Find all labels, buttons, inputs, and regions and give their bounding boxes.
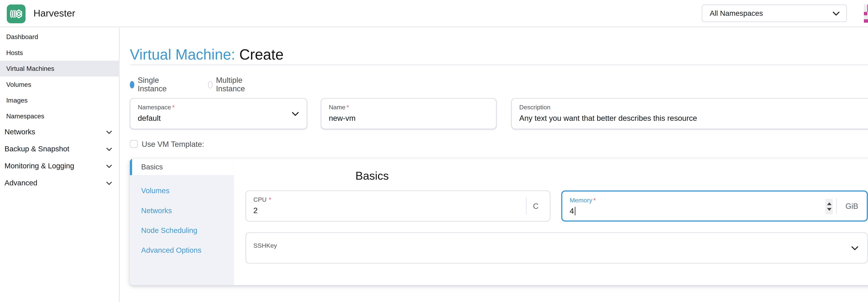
cpu-label: CPU [253, 196, 267, 203]
memory-input[interactable]: 4 [570, 207, 575, 215]
chevron-down-icon [832, 10, 840, 17]
use-vm-template-row: Use VM Template: [130, 140, 204, 148]
tab-networks[interactable]: Networks [130, 201, 234, 220]
suffix-divider [526, 198, 527, 214]
namespace-filter-value: All Namespaces [710, 5, 763, 22]
avatar-cell [864, 16, 867, 19]
memory-label: Memory [570, 197, 592, 204]
harvester-logo-icon[interactable] [7, 4, 26, 23]
namespace-label: Namespace [138, 104, 171, 111]
sidebar-item-volumes[interactable]: Volumes [0, 77, 120, 92]
avatar-cell [864, 12, 867, 16]
chevron-down-icon [106, 181, 112, 185]
name-input[interactable]: new-vm [329, 114, 355, 122]
chevron-down-icon [106, 147, 112, 152]
memory-suffix: GiB [845, 202, 858, 210]
namespace-filter-select[interactable]: All Namespaces [702, 4, 847, 22]
avatar-cell [864, 4, 867, 8]
namespace-select[interactable]: Namespace* default [130, 98, 307, 129]
sidebar-nav: Dashboard Hosts Virtual Machines Volumes… [0, 28, 120, 302]
required-marker: * [172, 104, 175, 111]
cpu-field[interactable]: CPU* 2 C [245, 190, 551, 222]
radio-multiple-instance[interactable]: Multiple Instance [208, 76, 248, 93]
sidebar-group-networks[interactable]: Networks [0, 124, 120, 141]
stepper-up-icon[interactable] [827, 202, 831, 205]
active-tab-indicator [130, 159, 132, 175]
app-header: Harvester All Namespaces [0, 0, 868, 27]
tab-volumes[interactable]: Volumes [130, 181, 234, 201]
tab-advanced-options[interactable]: Advanced Options [130, 240, 234, 260]
sidebar-item-virtual-machines[interactable]: Virtual Machines [0, 61, 120, 77]
avatar-cell [864, 8, 867, 12]
cpu-input[interactable]: 2 [253, 206, 258, 215]
suffix-divider [836, 199, 837, 214]
description-input[interactable]: Any text you want that better describes … [519, 114, 697, 122]
page-title-action: Create [239, 46, 284, 63]
tab-node-scheduling[interactable]: Node Scheduling [130, 220, 234, 240]
radio-selected-icon [130, 81, 134, 88]
sidebar-item-images[interactable]: Images [0, 92, 120, 108]
sidebar-group-monitoring-logging[interactable]: Monitoring & Logging [0, 158, 120, 175]
required-marker: * [346, 104, 349, 111]
radio-single-instance[interactable]: Single Instance [130, 76, 169, 93]
sidebar-group-advanced[interactable]: Advanced [0, 175, 120, 191]
chevron-down-icon [291, 111, 299, 117]
memory-field[interactable]: Memory* 4 GiB [561, 190, 868, 222]
sidebar-item-hosts[interactable]: Hosts [0, 45, 120, 61]
use-vm-template-checkbox[interactable] [130, 140, 138, 148]
description-field[interactable]: Description Any text you want that bette… [511, 98, 868, 129]
basics-section-heading: Basics [355, 170, 389, 182]
chevron-down-icon [106, 129, 112, 134]
chevron-down-icon [106, 163, 112, 169]
avatar-cell [864, 19, 867, 23]
page-title: Virtual Machine: Create [130, 45, 284, 63]
cpu-suffix: C [533, 202, 538, 210]
sidebar-group-backup-snapshot[interactable]: Backup & Snapshot [0, 141, 120, 158]
number-stepper[interactable] [825, 199, 833, 214]
namespace-value: default [138, 114, 161, 122]
radio-unselected-icon [208, 81, 213, 88]
vm-config-card: Basics Volumes Networks Node Scheduling … [130, 159, 868, 285]
sidebar-item-namespaces[interactable]: Namespaces [0, 108, 120, 124]
chevron-down-icon [851, 245, 859, 252]
sidebar-item-dashboard[interactable]: Dashboard [0, 29, 120, 45]
tab-basics[interactable]: Basics [130, 159, 234, 175]
text-cursor [575, 207, 575, 215]
stepper-down-icon[interactable] [827, 208, 831, 211]
name-field[interactable]: Name* new-vm [321, 98, 496, 129]
use-vm-template-label: Use VM Template: [142, 140, 204, 148]
description-label: Description [519, 104, 551, 111]
sshkey-select[interactable]: SSHKey [245, 233, 868, 264]
page-title-resource-link[interactable]: Virtual Machine: [130, 46, 235, 63]
sshkey-label: SSHKey [253, 242, 277, 249]
name-label: Name [329, 104, 345, 111]
title-divider [130, 65, 868, 65]
app-title: Harvester [33, 0, 75, 27]
user-avatar[interactable] [864, 4, 868, 23]
